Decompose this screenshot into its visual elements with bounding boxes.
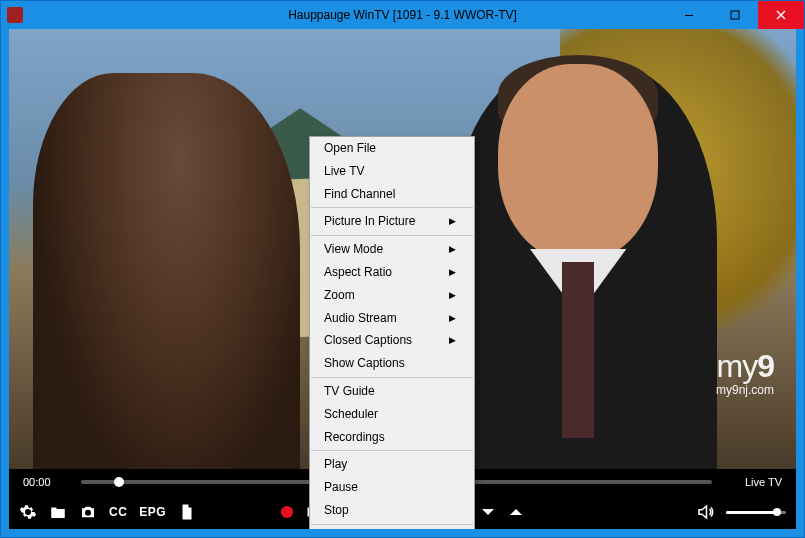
window-controls xyxy=(666,1,804,29)
menu-item-audio-stream[interactable]: Audio Stream▶ xyxy=(310,307,474,330)
minimize-button[interactable] xyxy=(666,1,712,29)
chevron-right-icon: ▶ xyxy=(449,289,456,302)
menu-separator xyxy=(311,377,473,378)
client-area: my9 my9nj.com 00:00 Live TV CC EPG xyxy=(9,29,796,529)
menu-item-view-mode[interactable]: View Mode▶ xyxy=(310,238,474,261)
seek-time: 00:00 xyxy=(23,476,71,488)
menu-item-label: Pause xyxy=(324,479,358,496)
menu-item-tv-guide[interactable]: TV Guide xyxy=(310,380,474,403)
menu-item-aspect-ratio[interactable]: Aspect Ratio▶ xyxy=(310,261,474,284)
chevron-right-icon: ▶ xyxy=(449,215,456,228)
menu-item-zoom[interactable]: Zoom▶ xyxy=(310,284,474,307)
chevron-right-icon: ▶ xyxy=(449,334,456,347)
seek-status: Live TV xyxy=(722,476,782,488)
menu-separator xyxy=(311,207,473,208)
volume-slider[interactable] xyxy=(726,511,786,514)
close-button[interactable] xyxy=(758,1,804,29)
svg-rect-1 xyxy=(731,11,739,19)
menu-item-label: Find Channel xyxy=(324,186,395,203)
document-icon[interactable] xyxy=(178,503,196,521)
menu-item-picture-in-picture[interactable]: Picture In Picture▶ xyxy=(310,210,474,233)
context-menu[interactable]: Open FileLive TVFind ChannelPicture In P… xyxy=(309,136,475,529)
seek-thumb[interactable] xyxy=(114,477,124,487)
menu-item-label: Zoom xyxy=(324,287,355,304)
menu-item-closed-captions[interactable]: Closed Captions▶ xyxy=(310,329,474,352)
app-window: Hauppauge WinTV [1091 - 9.1 WWOR-TV] xyxy=(0,0,805,538)
chevron-right-icon: ▶ xyxy=(449,266,456,279)
app-icon xyxy=(7,7,23,23)
menu-item-scheduler[interactable]: Scheduler xyxy=(310,403,474,426)
menu-item-label: Play xyxy=(324,456,347,473)
menu-item-label: Closed Captions xyxy=(324,332,412,349)
record-button[interactable] xyxy=(281,506,293,518)
menu-item-label: Audio Stream xyxy=(324,310,397,327)
menu-separator xyxy=(311,450,473,451)
scene-person-right xyxy=(450,64,718,469)
menu-item-recordings[interactable]: Recordings xyxy=(310,426,474,449)
menu-item-label: Open File xyxy=(324,140,376,157)
menu-item-show-captions[interactable]: Show Captions xyxy=(310,352,474,375)
snapshot-icon[interactable] xyxy=(79,503,97,521)
channel-down-button[interactable] xyxy=(479,503,497,521)
menu-item-label: Live TV xyxy=(324,163,364,180)
chevron-right-icon: ▶ xyxy=(449,243,456,256)
volume-thumb[interactable] xyxy=(773,508,781,516)
menu-item-stop[interactable]: Stop xyxy=(310,499,474,522)
menu-item-label: TV Guide xyxy=(324,383,375,400)
menu-item-label: Stop xyxy=(324,502,349,519)
menu-item-label: Scheduler xyxy=(324,406,378,423)
scene-person-left xyxy=(33,73,301,469)
epg-button[interactable]: EPG xyxy=(139,505,166,519)
menu-separator xyxy=(311,524,473,525)
titlebar[interactable]: Hauppauge WinTV [1091 - 9.1 WWOR-TV] xyxy=(1,1,804,29)
menu-item-label: Recordings xyxy=(324,429,385,446)
open-icon[interactable] xyxy=(49,503,67,521)
menu-item-stay-on-top[interactable]: Stay On Top xyxy=(310,527,474,529)
menu-separator xyxy=(311,235,473,236)
menu-item-label: Show Captions xyxy=(324,355,405,372)
menu-item-label: Picture In Picture xyxy=(324,213,415,230)
channel-up-button[interactable] xyxy=(507,503,525,521)
cc-button[interactable]: CC xyxy=(109,505,127,519)
menu-item-live-tv[interactable]: Live TV xyxy=(310,160,474,183)
menu-item-label: Aspect Ratio xyxy=(324,264,392,281)
menu-item-play[interactable]: Play xyxy=(310,453,474,476)
chevron-right-icon: ▶ xyxy=(449,312,456,325)
channel-watermark: my9 my9nj.com xyxy=(716,352,774,397)
menu-item-open-file[interactable]: Open File xyxy=(310,137,474,160)
settings-icon[interactable] xyxy=(19,503,37,521)
svg-rect-0 xyxy=(685,15,693,16)
menu-item-label: View Mode xyxy=(324,241,383,258)
menu-item-pause[interactable]: Pause xyxy=(310,476,474,499)
maximize-button[interactable] xyxy=(712,1,758,29)
menu-item-find-channel[interactable]: Find Channel xyxy=(310,183,474,206)
volume-icon[interactable] xyxy=(696,503,714,521)
